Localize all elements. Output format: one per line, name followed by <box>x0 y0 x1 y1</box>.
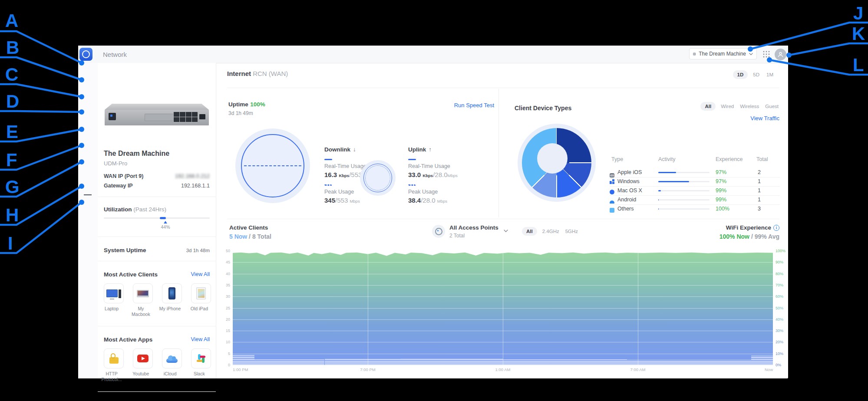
ipad-icon <box>196 287 206 299</box>
realtime-legend-line <box>324 159 332 160</box>
annotation-letter-L: L <box>853 55 864 75</box>
lock-icon <box>109 357 119 364</box>
app-card-label: Youtube <box>129 371 153 382</box>
device-panel: The Dream Machine UDM-Pro WAN IP (Port 9… <box>98 63 216 378</box>
tab-guest[interactable]: Guest <box>764 102 779 111</box>
annotation-line-F <box>0 145 82 170</box>
activity-bar <box>658 208 710 210</box>
chevron-down-icon[interactable] <box>504 230 508 232</box>
device-selector-label: The Dream Machine <box>699 51 746 57</box>
clients-view-all-link[interactable]: View All <box>191 271 210 277</box>
x-axis-label: Now <box>756 367 773 372</box>
clients-band <box>254 359 325 365</box>
unifi-logo-icon[interactable] <box>79 48 92 61</box>
all-access-points-label[interactable]: All Access Points <box>449 224 498 231</box>
peak-legend-line <box>408 184 416 186</box>
left-axis-tick: 5 <box>218 352 230 356</box>
right-axis-tick: 80% <box>776 272 793 276</box>
info-icon[interactable]: i <box>773 225 779 231</box>
active-clients-count: 5 Now / 8 Total <box>229 233 271 240</box>
app-title: Network <box>103 51 127 58</box>
others-icon <box>610 207 614 211</box>
tab-wired[interactable]: Wired <box>720 102 735 111</box>
left-axis-tick: 50 <box>218 249 230 253</box>
left-axis-tick: 20 <box>218 317 230 322</box>
sidebar-item-settings[interactable] <box>84 220 92 229</box>
access-point-icon <box>432 225 445 238</box>
gridline-v <box>368 251 368 365</box>
icloud-icon <box>166 358 178 363</box>
right-axis-tick: 100% <box>776 249 793 253</box>
device-types-donut <box>518 124 596 202</box>
range-1d[interactable]: 1D <box>733 70 748 79</box>
device-type-name: Others <box>617 206 634 212</box>
client-card-1[interactable] <box>133 283 153 303</box>
gateway-ip-row: Gateway IP 192.168.1.1 <box>104 183 210 189</box>
sidebar-item-notifications[interactable] <box>84 204 92 213</box>
apps-grid-icon[interactable] <box>762 50 770 58</box>
sidebar-nav <box>78 63 98 378</box>
uplink-gauge <box>363 164 392 192</box>
frequency-tabs: All2.4GHz5GHz <box>522 227 579 236</box>
sidebar-item-dashboard[interactable] <box>84 81 92 89</box>
laptop-icon <box>106 289 118 297</box>
wifi-experience-values: 100% Now / 99% Avg <box>719 233 779 240</box>
clients-band <box>233 355 254 365</box>
sidebar-item-statistics[interactable] <box>84 148 92 156</box>
sidebar-item-insights[interactable] <box>84 164 92 172</box>
annotation-line-H <box>0 186 82 225</box>
right-axis-tick: 40% <box>776 317 793 322</box>
app-card-1[interactable] <box>133 348 153 368</box>
clients-experience-chart[interactable] <box>233 251 773 365</box>
left-axis-tick: 35 <box>218 283 230 287</box>
freq-tab-all[interactable]: All <box>522 227 537 236</box>
app-card-2[interactable] <box>162 348 182 368</box>
annotation-line-D <box>0 111 82 112</box>
gridline-v <box>638 251 638 365</box>
right-axis-tick: 10% <box>776 352 793 356</box>
freq-tab-24ghz[interactable]: 2.4GHz <box>541 227 560 236</box>
user-avatar[interactable] <box>775 49 786 60</box>
app-card-3[interactable] <box>191 348 211 368</box>
annotation-line-C <box>0 84 82 97</box>
activity-bar <box>658 172 710 173</box>
device-name: The Dream Machine <box>104 150 169 158</box>
sidebar-item-clients[interactable] <box>84 131 92 139</box>
total-value: 1 <box>758 178 761 184</box>
active-apps-cards <box>104 348 211 368</box>
client-card-0[interactable] <box>104 283 124 303</box>
active-clients-cards <box>104 283 211 303</box>
left-axis-tick: 25 <box>218 306 230 310</box>
range-1m[interactable]: 1M <box>765 70 775 79</box>
top-bar: Network The Dream Machine <box>78 46 788 63</box>
client-card-2[interactable] <box>162 283 182 303</box>
client-card-3[interactable] <box>191 283 211 303</box>
annotation-line-I <box>0 202 82 253</box>
utilization-percent: 44% <box>158 224 173 230</box>
activity-bar <box>658 181 710 182</box>
freq-tab-5ghz[interactable]: 5GHz <box>564 227 579 236</box>
sidebar-item-topology[interactable] <box>84 98 92 106</box>
annotation-letter-B: B <box>6 37 19 58</box>
tab-all[interactable]: All <box>700 102 716 111</box>
table-header-experience: Experience <box>716 156 743 162</box>
total-value: 1 <box>758 197 761 203</box>
device-selector-dropdown[interactable]: The Dream Machine <box>689 48 757 59</box>
sidebar-item-security[interactable] <box>84 180 92 188</box>
x-axis-label: 1:00 AM <box>492 367 514 372</box>
view-traffic-link[interactable]: View Traffic <box>750 115 779 122</box>
app-card-0[interactable] <box>104 348 124 368</box>
table-header-activity: Activity <box>658 156 676 162</box>
sidebar-item-unifi-devices[interactable] <box>84 115 92 123</box>
apps-view-all-link[interactable]: View All <box>191 336 210 342</box>
run-speed-test-link[interactable]: Run Speed Test <box>454 102 494 108</box>
tab-wireless[interactable]: Wireless <box>739 102 760 111</box>
range-5d[interactable]: 5D <box>751 70 761 79</box>
donut-hole <box>537 143 568 174</box>
left-axis-tick: 10 <box>218 340 230 344</box>
device-thumbnail <box>693 53 696 56</box>
total-value: 2 <box>758 169 761 175</box>
app-window: Network The Dream Machine The Dream Mach… <box>78 46 788 378</box>
annotation-letter-D: D <box>6 91 19 112</box>
client-card-label: My Macbook <box>129 306 153 317</box>
